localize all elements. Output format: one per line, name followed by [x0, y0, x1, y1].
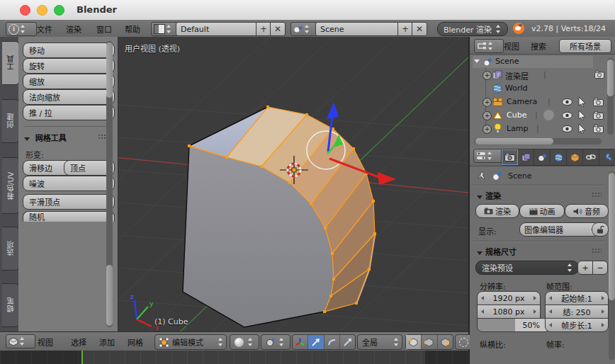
- resolution-x-field[interactable]: 1920 px: [477, 291, 541, 305]
- menu-add[interactable]: 添加: [99, 336, 115, 348]
- resolution-y-field[interactable]: 1080 px: [477, 305, 541, 319]
- zoom-window-button[interactable]: [54, 5, 64, 16]
- toolshelf-scrollbar[interactable]: [106, 41, 113, 327]
- pivot-point-selector[interactable]: [261, 334, 290, 350]
- tab-scene[interactable]: [534, 149, 551, 165]
- vertex-select-button[interactable]: [406, 335, 422, 349]
- resolution-percentage-slider[interactable]: 50%: [477, 318, 551, 332]
- dimensions-panel-header[interactable]: 规格尺寸: [477, 246, 517, 257]
- translate-button[interactable]: 移动: [23, 42, 115, 58]
- menu-render[interactable]: 渲染: [66, 23, 81, 35]
- outliner-row-cube[interactable]: + Cube |: [483, 110, 613, 122]
- tab-grease-pencil[interactable]: 蜡笔: [2, 283, 19, 327]
- expand-plus-icon[interactable]: +: [483, 125, 492, 134]
- render-button[interactable]: 渲染: [475, 204, 519, 218]
- outliner-vscrollbar[interactable]: [607, 58, 614, 135]
- frame-step-field[interactable]: 帧步长:1: [545, 318, 609, 332]
- eye-icon[interactable]: [562, 112, 572, 119]
- delete-layout-button[interactable]: ✕: [270, 22, 286, 36]
- mesh-tools-panel-header[interactable]: 网格工具: [24, 132, 67, 143]
- transform-orientation-selector[interactable]: 全局: [357, 334, 402, 350]
- menu-file[interactable]: 文件: [37, 23, 52, 35]
- add-scene-button[interactable]: +: [397, 22, 413, 36]
- screen-layout-selector[interactable]: [151, 22, 179, 36]
- lock-interface-button[interactable]: [592, 222, 609, 237]
- outliner-display-filter[interactable]: 所有场景: [559, 39, 611, 53]
- viewport-3d[interactable]: z y x 用户视图 (透视) (1) Cube 工具 创建 着色/UV 选项 …: [0, 37, 468, 331]
- menu-window[interactable]: 窗口: [96, 23, 112, 35]
- eye-icon[interactable]: [562, 98, 572, 106]
- remove-preset-button[interactable]: −: [592, 261, 608, 275]
- screen-layout-name-field[interactable]: Default: [176, 22, 265, 36]
- editor-type-selector-3dview[interactable]: [6, 334, 35, 348]
- tab-shading-uv[interactable]: 着色/UV: [2, 157, 19, 214]
- camera-restrict-icon[interactable]: [594, 71, 604, 79]
- frame-start-field[interactable]: 起始帧:1: [545, 291, 609, 305]
- manipulator-rotate-button[interactable]: [325, 335, 340, 349]
- tab-world[interactable]: [551, 149, 567, 165]
- menu-select[interactable]: 选择: [71, 336, 86, 348]
- timeline-current-frame-marker[interactable]: [81, 351, 83, 364]
- render-panel-header[interactable]: 渲染: [477, 190, 501, 201]
- tab-render[interactable]: [502, 149, 518, 165]
- editor-type-selector-properties[interactable]: [473, 149, 503, 163]
- mode-selector[interactable]: 编辑模式: [154, 334, 227, 350]
- delete-scene-button[interactable]: ✕: [412, 22, 427, 36]
- manipulator-translate-button[interactable]: [308, 335, 324, 349]
- properties-vscrollbar[interactable]: [609, 171, 615, 360]
- outliner-row-camera[interactable]: + Camera |: [483, 96, 613, 108]
- randomize-button[interactable]: 随机: [23, 211, 115, 222]
- minimize-window-button[interactable]: [37, 5, 47, 16]
- outliner-row-renderlayers[interactable]: + ♪ 渲染层 |: [483, 69, 613, 81]
- camera-render-icon[interactable]: [593, 98, 604, 106]
- manipulator-scale-button[interactable]: [340, 335, 355, 349]
- tab-constraints[interactable]: [583, 149, 599, 165]
- edge-select-button[interactable]: [422, 335, 437, 349]
- timeline-strip[interactable]: [0, 351, 468, 364]
- expand-plus-icon[interactable]: +: [483, 98, 492, 107]
- menu-help[interactable]: 帮助: [125, 23, 140, 35]
- add-preset-button[interactable]: +: [577, 261, 593, 275]
- tab-render-layers[interactable]: [518, 149, 534, 165]
- outliner-menu-view[interactable]: 视图: [504, 40, 519, 52]
- animation-button[interactable]: 动画: [519, 204, 565, 218]
- expand-triangle-icon[interactable]: [474, 59, 480, 63]
- tab-options[interactable]: 选项: [2, 227, 19, 271]
- tab-object[interactable]: [567, 149, 583, 165]
- scene-name-field[interactable]: Scene: [315, 22, 407, 36]
- camera-render-icon[interactable]: [593, 125, 604, 133]
- smooth-vertex-button[interactable]: 平滑顶点: [23, 194, 115, 210]
- tab-create[interactable]: 创建: [2, 99, 19, 143]
- cursor-icon[interactable]: [578, 110, 586, 120]
- outliner-row-lamp[interactable]: + Lamp |: [483, 123, 613, 135]
- cursor-icon[interactable]: [578, 124, 586, 134]
- face-select-button[interactable]: [438, 335, 453, 349]
- close-window-button[interactable]: [20, 5, 30, 16]
- tab-tools[interactable]: 工具: [2, 41, 19, 85]
- viewport-shading-selector[interactable]: [230, 334, 259, 350]
- audio-button[interactable]: 音频: [565, 204, 609, 218]
- display-mode-dropdown[interactable]: 图像编辑器: [519, 222, 600, 237]
- rotate-button[interactable]: 旋转: [23, 58, 115, 74]
- menu-view[interactable]: 视图: [38, 336, 53, 348]
- manipulator-toggle-button[interactable]: [293, 335, 308, 349]
- menu-mesh[interactable]: 网格: [128, 336, 143, 348]
- outliner-row-world[interactable]: World: [483, 83, 613, 95]
- breadcrumb-scene[interactable]: Scene: [508, 171, 532, 181]
- scene-selector[interactable]: [290, 22, 319, 36]
- cursor-icon[interactable]: [578, 97, 586, 107]
- render-engine-selector[interactable]: Blender 渲染: [437, 22, 508, 36]
- scale-button[interactable]: 缩放: [23, 74, 115, 89]
- shrink-fatten-button[interactable]: 法向缩放: [23, 89, 115, 105]
- panel-grip-icon[interactable]: [592, 248, 602, 254]
- render-presets-dropdown[interactable]: 渲染预设: [475, 261, 579, 275]
- editor-type-selector-outliner[interactable]: [474, 39, 504, 53]
- eye-icon[interactable]: [562, 125, 572, 132]
- noise-button[interactable]: 噪波: [23, 176, 115, 191]
- outliner-menu-search[interactable]: 搜索: [531, 40, 546, 52]
- panel-grip-icon[interactable]: [592, 192, 602, 198]
- add-layout-button[interactable]: +: [256, 22, 271, 36]
- tab-modifiers[interactable]: [599, 149, 615, 165]
- outliner-hscrollbar[interactable]: [474, 138, 602, 144]
- editor-type-selector-info[interactable]: i: [6, 22, 37, 36]
